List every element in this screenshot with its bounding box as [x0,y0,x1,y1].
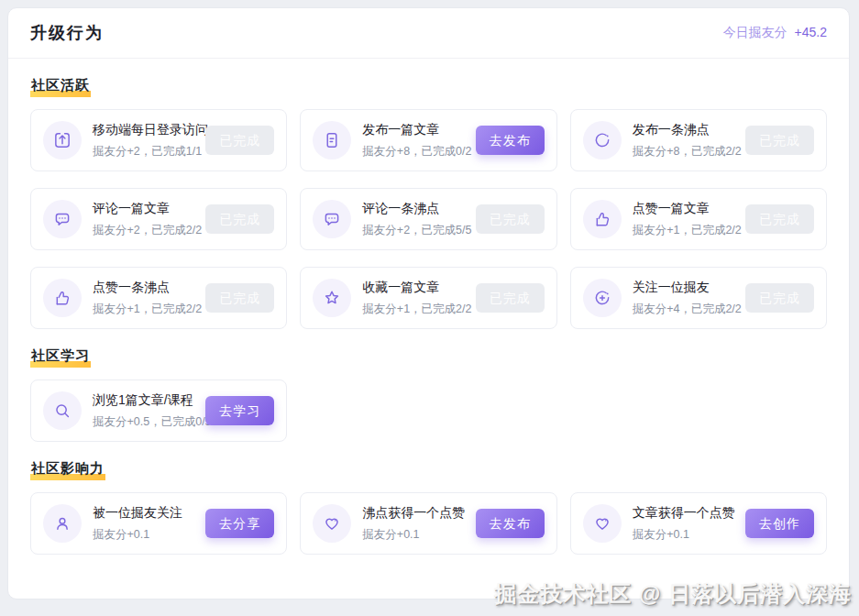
task-info: 发布一条沸点 掘友分+8，已完成2/2 [633,122,740,160]
today-score-label: 今日掘友分 [723,25,787,39]
task-progress: 掘友分+1，已完成2/2 [93,302,200,317]
go-publish-article-button[interactable]: 去发布 [476,126,545,155]
follow-plus-icon [583,279,622,317]
user-follower-icon [43,504,82,543]
task-grid: 被一位掘友关注 掘友分+0.1 去分享 沸点获得一个点赞 掘友分+0.1 去发布… [30,492,827,555]
task-progress: 掘友分+0.1 [362,527,469,543]
task-done-button: 已完成 [205,126,274,155]
task-progress: 掘友分+2，已完成2/2 [93,223,200,238]
star-collect-icon [313,279,351,317]
task-title: 收藏一篇文章 [362,280,469,296]
task-card: 发布一条沸点 掘友分+8，已完成2/2 已完成 [570,109,827,171]
section-title: 社区活跃 [30,77,91,97]
task-info: 浏览1篇文章/课程 掘友分+0.5，已完成0/5 [93,392,200,430]
section-community-influence: 社区影响力 [30,460,827,480]
upgrade-behavior-panel: 升级行为 今日掘友分 +45.2 社区活跃 移动端每日登录访问 掘友分+2，已完… [7,7,850,600]
panel-header: 升级行为 今日掘友分 +45.2 [8,8,849,59]
task-done-button: 已完成 [205,283,274,313]
section-community-study: 社区学习 [30,347,827,368]
task-card: 点赞一条沸点 掘友分+1，已完成2/2 已完成 [30,267,287,329]
heart-like-icon [313,504,351,543]
task-title: 点赞一条沸点 [93,280,200,296]
task-title: 关注一位掘友 [633,280,740,296]
task-card: 发布一篇文章 掘友分+8，已完成0/2 去发布 [300,109,556,171]
task-card: 收藏一篇文章 掘友分+1，已完成2/2 已完成 [300,267,556,329]
task-info: 沸点获得一个点赞 掘友分+0.1 [362,505,469,543]
comment-icon [43,200,82,238]
go-share-button[interactable]: 去分享 [205,509,274,538]
task-progress: 掘友分+4，已完成2/2 [633,302,740,317]
thumbs-up-icon [43,279,82,317]
task-card: 点赞一篇文章 掘友分+1，已完成2/2 已完成 [570,188,827,250]
task-title: 文章获得一个点赞 [633,505,740,522]
task-card: 沸点获得一个点赞 掘友分+0.1 去发布 [300,492,556,555]
article-doc-icon [313,121,351,160]
task-title: 发布一条沸点 [633,122,740,138]
task-info: 文章获得一个点赞 掘友分+0.1 [633,505,740,543]
task-card: 浏览1篇文章/课程 掘友分+0.5，已完成0/5 去学习 [30,380,287,442]
task-title: 移动端每日登录访问 [93,122,200,138]
task-info: 评论一条沸点 掘友分+2，已完成5/5 [362,201,469,238]
task-progress: 掘友分+8，已完成2/2 [633,144,740,160]
task-progress: 掘友分+1，已完成2/2 [362,302,469,317]
task-card: 关注一位掘友 掘友分+4，已完成2/2 已完成 [570,267,827,329]
section-community-active: 社区活跃 [30,77,827,97]
task-progress: 掘友分+0.1 [633,527,740,543]
task-card: 文章获得一个点赞 掘友分+0.1 去创作 [570,492,827,555]
task-title: 浏览1篇文章/课程 [93,392,200,409]
task-title: 沸点获得一个点赞 [362,505,469,522]
task-info: 收藏一篇文章 掘友分+1，已完成2/2 [362,280,469,317]
comment-icon [313,200,351,238]
task-title: 被一位掘友关注 [93,505,200,522]
mobile-login-icon [43,121,82,160]
task-info: 关注一位掘友 掘友分+4，已完成2/2 [633,280,740,317]
task-card: 移动端每日登录访问 掘友分+2，已完成1/1 已完成 [30,109,287,171]
task-info: 点赞一篇文章 掘友分+1，已完成2/2 [633,201,740,238]
task-done-button: 已完成 [476,204,545,234]
task-title: 发布一篇文章 [362,122,469,138]
heart-like-icon [583,504,622,543]
today-score-value: +45.2 [795,25,827,39]
task-progress: 掘友分+1，已完成2/2 [633,223,740,238]
go-create-button[interactable]: 去创作 [745,509,814,538]
task-info: 被一位掘友关注 掘友分+0.1 [93,505,200,543]
task-info: 移动端每日登录访问 掘友分+2，已完成1/1 [93,122,200,160]
task-progress: 掘友分+0.5，已完成0/5 [93,414,200,430]
task-done-button: 已完成 [745,283,814,313]
task-progress: 掘友分+2，已完成1/1 [93,144,200,160]
page-title: 升级行为 [30,22,104,44]
task-progress: 掘友分+2，已完成5/5 [362,223,469,238]
task-title: 评论一篇文章 [93,201,200,217]
task-done-button: 已完成 [745,126,814,155]
pin-refresh-icon [583,121,622,160]
task-done-button: 已完成 [476,283,545,313]
today-score[interactable]: 今日掘友分 +45.2 [723,25,827,41]
task-progress: 掘友分+0.1 [93,527,200,543]
task-card: 评论一条沸点 掘友分+2，已完成5/5 已完成 [300,188,556,250]
go-publish-pin-button[interactable]: 去发布 [476,509,545,538]
task-info: 点赞一条沸点 掘友分+1，已完成2/2 [93,280,200,317]
section-title: 社区学习 [30,347,91,368]
task-grid: 移动端每日登录访问 掘友分+2，已完成1/1 已完成 发布一篇文章 掘友分+8，… [30,109,827,329]
task-title: 评论一条沸点 [362,201,469,217]
task-done-button: 已完成 [205,204,274,234]
search-study-icon [43,391,82,430]
go-study-button[interactable]: 去学习 [205,396,274,425]
task-progress: 掘友分+8，已完成0/2 [362,144,469,160]
section-title: 社区影响力 [30,460,105,480]
task-title: 点赞一篇文章 [633,201,740,217]
task-info: 发布一篇文章 掘友分+8，已完成0/2 [362,122,469,160]
thumbs-up-icon [583,200,622,238]
task-card: 评论一篇文章 掘友分+2，已完成2/2 已完成 [30,188,287,250]
task-info: 评论一篇文章 掘友分+2，已完成2/2 [93,201,200,238]
task-grid: 浏览1篇文章/课程 掘友分+0.5，已完成0/5 去学习 [30,380,827,442]
task-done-button: 已完成 [745,204,814,234]
task-card: 被一位掘友关注 掘友分+0.1 去分享 [30,492,287,555]
